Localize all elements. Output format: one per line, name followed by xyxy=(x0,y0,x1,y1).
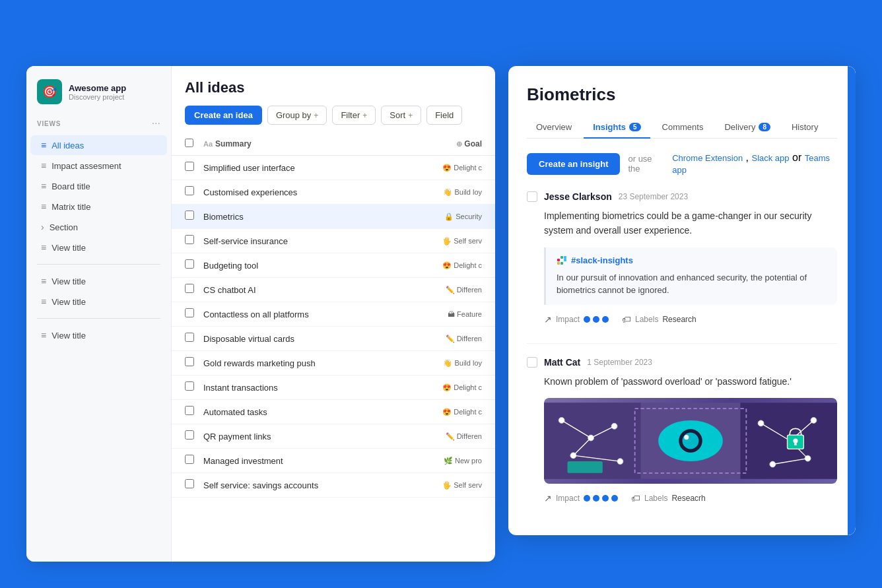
sidebar-item-all-ideas[interactable]: ≡ All ideas xyxy=(30,135,167,155)
create-idea-button[interactable]: Create an idea xyxy=(185,106,262,125)
goal-emoji: 🖐 xyxy=(442,481,452,490)
impact-dot xyxy=(584,316,590,323)
row-summary: Contactless on all platforms xyxy=(203,310,416,319)
tab-insights[interactable]: Insights 5 xyxy=(584,117,650,139)
detail-header: Biometrics Overview Insights 5 Comments … xyxy=(508,66,856,139)
sidebar-item-board-title[interactable]: ≡ Board title xyxy=(30,176,167,196)
views-label: VIEWS xyxy=(37,120,61,127)
impact-label: Impact xyxy=(556,315,580,324)
row-checkbox[interactable] xyxy=(185,381,194,391)
row-checkbox-container xyxy=(185,162,203,174)
plus-icon: + xyxy=(362,111,367,120)
table-row[interactable]: Gold rewards marketing push 👋 Build loy xyxy=(172,351,495,376)
sidebar-item-view-title-2[interactable]: ≡ View title xyxy=(30,271,167,291)
row-checkbox[interactable] xyxy=(185,162,194,171)
sidebar-item-matrix-title[interactable]: ≡ Matrix title xyxy=(30,197,167,216)
tag-icon: 🏷 xyxy=(631,493,640,504)
row-summary: Simplified user interface xyxy=(203,163,416,173)
tab-delivery[interactable]: Delivery 8 xyxy=(715,117,780,139)
select-all-checkbox[interactable] xyxy=(185,139,193,147)
ideas-table: Aa Summary ⊕ Goal Simplified user interf… xyxy=(172,133,495,562)
list-icon: ≡ xyxy=(41,181,46,191)
table-row[interactable]: CS chatbot AI ✏️ Differen xyxy=(172,278,495,302)
sidebar-item-view-title-1[interactable]: ≡ View title xyxy=(30,238,167,257)
impact-row-1: ↗ Impact 🏷 Labels Research xyxy=(527,314,837,325)
row-checkbox[interactable] xyxy=(185,284,194,293)
fields-button[interactable]: Field xyxy=(426,106,462,125)
insight-checkbox-2[interactable] xyxy=(527,357,537,368)
create-insight-button[interactable]: Create an insight xyxy=(527,153,620,175)
filter-label: Filter xyxy=(341,110,360,120)
row-checkbox[interactable] xyxy=(185,186,194,195)
table-row[interactable]: Instant transactions 😍 Delight c xyxy=(172,376,495,400)
goal-emoji: ✏️ xyxy=(446,432,455,441)
detail-tabs: Overview Insights 5 Comments Delivery 8 … xyxy=(527,117,837,139)
tab-history[interactable]: History xyxy=(782,117,827,139)
slack-channel[interactable]: #slack-insights xyxy=(571,255,633,265)
group-by-button[interactable]: Group by + xyxy=(267,106,327,125)
list-icon: ≡ xyxy=(41,140,46,150)
row-checkbox-container xyxy=(185,357,203,369)
table-row[interactable]: Budgeting tool 😍 Delight c xyxy=(172,253,495,278)
blue-scroll-bar[interactable] xyxy=(848,66,856,535)
row-checkbox[interactable] xyxy=(185,455,194,464)
impact-dot xyxy=(602,495,609,502)
sidebar-item-section[interactable]: › Section xyxy=(30,217,167,237)
sort-label: Sort xyxy=(390,110,405,120)
slack-app-link[interactable]: Slack app xyxy=(751,153,789,163)
views-header: VIEWS ··· xyxy=(26,117,171,135)
row-checkbox[interactable] xyxy=(185,357,194,366)
row-checkbox[interactable] xyxy=(185,430,194,440)
table-row[interactable]: Managed investment 🌿 New pro xyxy=(172,449,495,473)
table-row[interactable]: Simplified user interface 😍 Delight c xyxy=(172,156,495,180)
goal-text: Delight c xyxy=(454,383,482,391)
row-checkbox[interactable] xyxy=(185,333,194,342)
list-icon: ≡ xyxy=(41,276,46,286)
detail-body: Create an insight or use the Chrome Exte… xyxy=(508,139,856,535)
sidebar-item-view-title-3[interactable]: ≡ View title xyxy=(30,292,167,311)
row-checkbox-container xyxy=(185,284,203,296)
goal-text: Delight c xyxy=(454,408,482,416)
ideas-toolbar: Create an idea Group by + Filter + Sort … xyxy=(185,106,482,125)
table-row[interactable]: Disposable virtual cards ✏️ Differen xyxy=(172,327,495,351)
row-checkbox[interactable] xyxy=(185,235,194,244)
table-row[interactable]: Self-service insurance 🖐 Self serv xyxy=(172,229,495,253)
insight-card-1: Jesse Clarkson 23 September 2023 Impleme… xyxy=(527,191,837,325)
labels-label: Labels xyxy=(635,315,658,324)
goal-text: Security xyxy=(456,212,482,220)
table-row[interactable]: Contactless on all platforms 🏔 Feature xyxy=(172,302,495,327)
sort-button[interactable]: Sort + xyxy=(381,106,421,125)
insight-card-header-2: Matt Cat 1 September 2023 xyxy=(527,357,837,368)
tab-comments[interactable]: Comments xyxy=(653,117,713,139)
table-row[interactable]: QR payment links ✏️ Differen xyxy=(172,424,495,449)
main-wrapper: 🎯 Awesome app Discovery project VIEWS ··… xyxy=(26,66,856,562)
table-row[interactable]: Self service: savings accounts 🖐 Self se… xyxy=(172,473,495,498)
svg-point-17 xyxy=(611,424,617,430)
row-summary: Budgeting tool xyxy=(203,261,416,271)
tab-overview[interactable]: Overview xyxy=(527,117,581,139)
table-row[interactable]: Customised experiences 👋 Build loy xyxy=(172,180,495,205)
row-checkbox[interactable] xyxy=(185,211,194,220)
slack-header: #slack-insights xyxy=(557,255,827,266)
sidebar-item-view-title-4[interactable]: ≡ View title xyxy=(30,325,167,345)
filter-button[interactable]: Filter + xyxy=(332,106,376,125)
goal-badge: 🖐 Self serv xyxy=(442,237,482,245)
insight-checkbox-1[interactable] xyxy=(527,191,537,202)
row-checkbox[interactable] xyxy=(185,479,194,488)
row-checkbox-container xyxy=(185,211,203,222)
row-checkbox[interactable] xyxy=(185,308,194,317)
table-row[interactable]: Automated tasks 😍 Delight c xyxy=(172,400,495,424)
insight-image xyxy=(544,398,837,484)
row-checkbox[interactable] xyxy=(185,259,194,269)
labels-section-2: 🏷 Labels Reseacrh xyxy=(631,493,706,504)
table-row-biometrics[interactable]: Biometrics 🔒 Security xyxy=(172,205,495,229)
goal-text: Feature xyxy=(457,310,482,318)
sidebar-item-impact-assessment[interactable]: ≡ Impact assesment xyxy=(30,156,167,176)
goal-text: Differen xyxy=(457,286,482,294)
row-checkbox[interactable] xyxy=(185,406,194,415)
fields-label: Field xyxy=(435,110,454,120)
slack-text-1: In our pursuit of innovation and enhance… xyxy=(557,271,827,297)
chrome-extension-link[interactable]: Chrome Extension xyxy=(672,153,743,163)
labels-label: Labels xyxy=(644,494,667,503)
views-menu-icon[interactable]: ··· xyxy=(152,117,160,129)
